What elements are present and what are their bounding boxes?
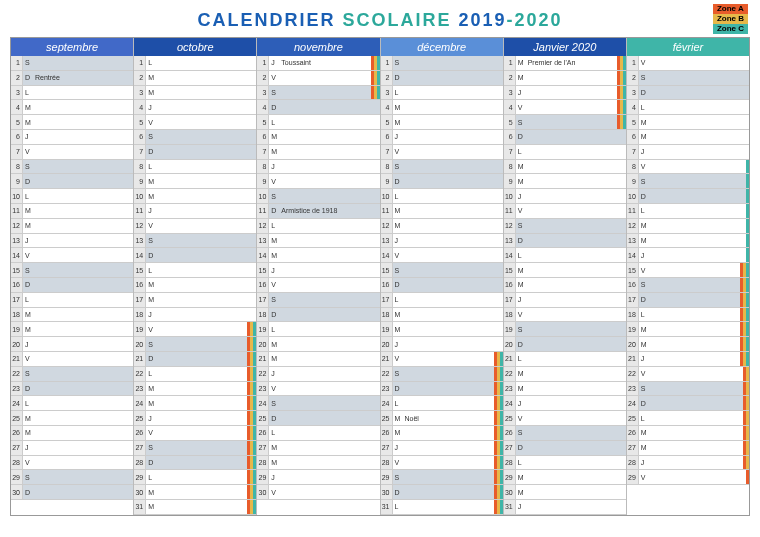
day-of-week: S <box>23 163 33 170</box>
holiday-bars <box>494 485 503 499</box>
day-of-week: M <box>516 385 526 392</box>
day-row: 21V <box>11 352 133 367</box>
day-number: 18 <box>257 308 269 322</box>
day-of-week: L <box>516 252 526 259</box>
day-row: 13M <box>257 234 379 249</box>
day-number: 17 <box>257 293 269 307</box>
day-row: 26S <box>504 426 626 441</box>
day-number: 15 <box>627 263 639 277</box>
holiday-bars <box>746 248 749 262</box>
day-number: 30 <box>381 485 393 499</box>
day-row: 29V <box>627 470 749 485</box>
day-row: 9M <box>134 174 256 189</box>
day-number: 12 <box>134 219 146 233</box>
day-number: 21 <box>381 352 393 366</box>
day-row: 9S <box>627 174 749 189</box>
day-row: 29S <box>11 470 133 485</box>
day-number: 26 <box>134 426 146 440</box>
day-number: 26 <box>11 426 23 440</box>
day-row: 17S <box>257 293 379 308</box>
day-number: 26 <box>257 426 269 440</box>
day-of-week: M <box>393 429 403 436</box>
day-number: 13 <box>257 234 269 248</box>
day-row: 8V <box>627 160 749 175</box>
day-row: 12S <box>504 219 626 234</box>
holiday-bars <box>746 189 749 203</box>
day-number: 17 <box>504 293 516 307</box>
day-row: 6J <box>381 130 503 145</box>
day-number: 9 <box>134 174 146 188</box>
day-of-week: D <box>639 400 649 407</box>
day-number: 20 <box>504 337 516 351</box>
day-row: 28V <box>381 456 503 471</box>
day-row: 30D <box>11 485 133 500</box>
day-event: Noël <box>403 415 503 422</box>
day-number: 4 <box>381 100 393 114</box>
day-row: 13J <box>11 234 133 249</box>
day-row: 19V <box>134 322 256 337</box>
day-number: 21 <box>11 352 23 366</box>
day-number: 9 <box>627 174 639 188</box>
day-number: 4 <box>504 100 516 114</box>
day-of-week: V <box>269 385 279 392</box>
day-of-week: S <box>516 222 526 229</box>
day-of-week: V <box>393 459 403 466</box>
holiday-bars <box>740 352 749 366</box>
day-number: 26 <box>504 426 516 440</box>
day-of-week: D <box>516 133 526 140</box>
day-number: 10 <box>11 189 23 203</box>
day-row: 10J <box>504 189 626 204</box>
day-of-week: L <box>639 311 649 318</box>
holiday-bars <box>746 219 749 233</box>
day-of-week: L <box>146 474 156 481</box>
day-row: 17L <box>381 293 503 308</box>
holiday-bars <box>494 456 503 470</box>
month-column: Janvier 20201MPremier de l'An2M3J4V5S6D7… <box>504 38 627 515</box>
day-of-week: V <box>639 163 649 170</box>
day-row: 30V <box>257 485 379 500</box>
day-number: 16 <box>504 278 516 292</box>
day-number: 20 <box>11 337 23 351</box>
day-of-week: V <box>639 474 649 481</box>
month-column: décembre1S2D3L4M5M6J7V8S9D10L11M12M13J14… <box>381 38 504 515</box>
day-row: 25L <box>627 411 749 426</box>
day-number: 23 <box>134 382 146 396</box>
day-number: 6 <box>11 130 23 144</box>
day-row: 1V <box>627 56 749 71</box>
day-of-week: D <box>393 489 403 496</box>
day-of-week: M <box>146 89 156 96</box>
day-of-week: V <box>269 281 279 288</box>
day-number: 23 <box>504 382 516 396</box>
day-row: 16V <box>257 278 379 293</box>
holiday-bars <box>371 86 380 100</box>
day-of-week: D <box>639 193 649 200</box>
month-header: septembre <box>11 38 133 56</box>
day-of-week: S <box>393 163 403 170</box>
day-number: 10 <box>627 189 639 203</box>
day-of-week: M <box>393 415 403 422</box>
day-number: 15 <box>11 263 23 277</box>
day-of-week: S <box>23 370 33 377</box>
day-row: 27M <box>257 441 379 456</box>
day-number: 15 <box>134 263 146 277</box>
day-of-week: L <box>516 148 526 155</box>
calendar-grid: septembre1S2DRentrée3L4M5M6J7V8S9D10L11M… <box>10 37 750 516</box>
day-row: 11L <box>627 204 749 219</box>
day-of-week: S <box>393 370 403 377</box>
day-number: 13 <box>627 234 639 248</box>
holiday-bars <box>247 441 256 455</box>
holiday-bars <box>371 56 380 70</box>
day-of-week: S <box>269 89 279 96</box>
day-number: 19 <box>11 322 23 336</box>
day-row: 7L <box>504 145 626 160</box>
day-row: 3L <box>381 86 503 101</box>
day-row: 24J <box>504 396 626 411</box>
day-row: 15L <box>134 263 256 278</box>
holiday-bars <box>494 411 503 425</box>
day-of-week: S <box>639 281 649 288</box>
day-row: 19M <box>381 322 503 337</box>
day-row: 4V <box>504 100 626 115</box>
day-of-week: D <box>393 385 403 392</box>
day-number: 4 <box>11 100 23 114</box>
day-number: 24 <box>504 396 516 410</box>
